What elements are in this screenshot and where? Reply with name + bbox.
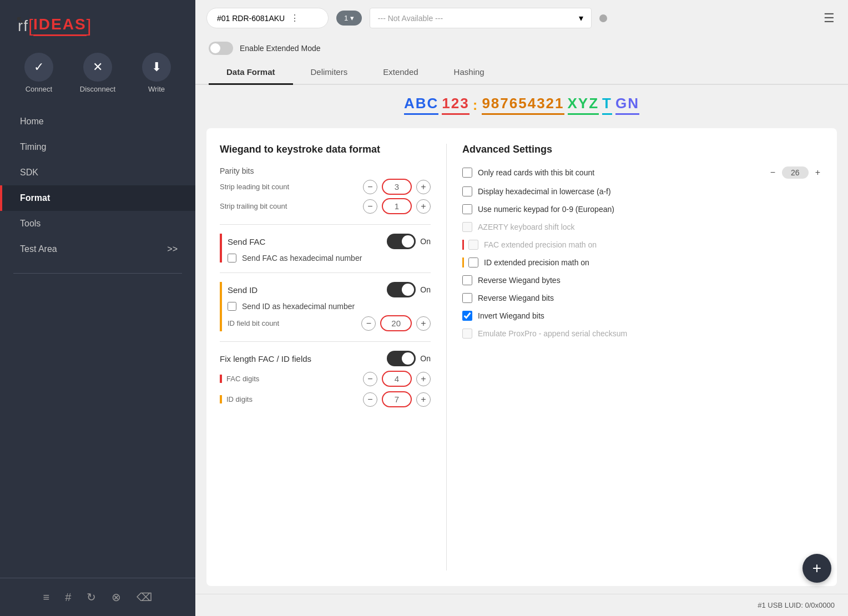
- sidebar-divider: [13, 273, 182, 274]
- strip-leading-minus[interactable]: −: [363, 180, 377, 194]
- azerty-checkbox: [462, 222, 472, 232]
- send-id-hex-checkbox[interactable]: [228, 302, 236, 311]
- bit-count-control: − 26 +: [767, 166, 824, 179]
- send-fac-hex-row: Send FAC as hexadecimal number: [228, 254, 431, 262]
- sidebar-item-tools[interactable]: Tools: [0, 211, 195, 236]
- send-fac-toggle[interactable]: [387, 234, 416, 249]
- connect-label: Connect: [26, 85, 52, 93]
- device-selector[interactable]: #01 RDR-6081AKU ⋮: [206, 8, 329, 28]
- preview-123: 123: [442, 95, 469, 115]
- fac-digits-plus[interactable]: +: [416, 372, 431, 386]
- not-available-bar: --- Not Available --- ▾: [370, 8, 592, 28]
- status-dot: [599, 14, 607, 22]
- footer-refresh-icon[interactable]: ↻: [83, 587, 99, 607]
- adv-row-id-extended: ID extended precision math on: [462, 257, 824, 267]
- hex-lower-checkbox[interactable]: [462, 186, 472, 196]
- fix-length-toggle[interactable]: [387, 351, 416, 366]
- send-fac-on-label: On: [420, 237, 431, 246]
- preview-t: T: [602, 95, 612, 115]
- preview-gn: GN: [615, 95, 639, 115]
- azerty-label: AZERTY keyboard shift lock: [478, 223, 824, 231]
- adv-row-bit-count: Only read cards with this bit count − 26…: [462, 166, 824, 179]
- id-digits-plus[interactable]: +: [416, 392, 431, 407]
- send-fac-hex-label: Send FAC as hexadecimal number: [242, 254, 362, 262]
- fab-button[interactable]: +: [802, 554, 831, 583]
- parity-bits-label: Parity bits: [220, 166, 431, 175]
- footer-hash-icon[interactable]: #: [62, 587, 74, 607]
- bit-count-minus[interactable]: −: [767, 166, 779, 179]
- preview-xyz: XYZ: [568, 95, 599, 115]
- bit-count-checkbox[interactable]: [462, 168, 472, 178]
- format-preview: ABC 123 : 987654321 XYZ T GN: [195, 85, 848, 120]
- send-id-hex-row: Send ID as hexadecimal number: [228, 302, 431, 311]
- divider-2: [220, 272, 431, 273]
- disconnect-label: Disconnect: [80, 85, 115, 93]
- footer-notes-icon[interactable]: ≡: [40, 587, 53, 607]
- settings-panel: Wiegand to keystroke data format Parity …: [206, 128, 837, 586]
- send-fac-row: Send FAC On: [228, 234, 431, 249]
- fac-digits-value: 4: [382, 371, 412, 387]
- disconnect-icon: ✕: [83, 53, 112, 82]
- tab-hashing[interactable]: Hashing: [436, 60, 502, 85]
- adv-row-numeric-keypad: Use numeric keypad for 0-9 (European): [462, 204, 824, 214]
- connect-icon: ✓: [24, 53, 53, 82]
- id-field-plus[interactable]: +: [416, 316, 431, 331]
- fac-digits-minus[interactable]: −: [363, 372, 377, 386]
- strip-leading-counter: − 3 +: [363, 179, 431, 195]
- not-available-text: --- Not Available ---: [378, 14, 573, 23]
- send-id-toggle[interactable]: [387, 282, 416, 297]
- send-id-group: Send ID On Send ID as hexadecimal number: [220, 282, 431, 331]
- adv-row-hex-lower: Display hexadecimal in lowercase (a-f): [462, 186, 824, 196]
- strip-leading-plus[interactable]: +: [416, 180, 431, 194]
- id-digits-minus[interactable]: −: [363, 392, 377, 407]
- footer-cancel-icon[interactable]: ⊗: [108, 587, 124, 607]
- adv-row-reverse-bytes: Reverse Wiegand bytes: [462, 275, 824, 285]
- bit-count-plus[interactable]: +: [812, 166, 824, 179]
- send-fac-label: Send FAC: [228, 237, 265, 246]
- preview-colon: :: [473, 97, 479, 114]
- strip-trailing-row: Strip trailing bit count − 1 +: [220, 198, 431, 214]
- strip-trailing-plus[interactable]: +: [416, 199, 431, 214]
- status-text: #1 USB LUID: 0/0x0000: [758, 601, 835, 609]
- panel-divider: [446, 144, 447, 570]
- sidebar-item-sdk[interactable]: SDK: [0, 160, 195, 185]
- tab-delimiters[interactable]: Delimiters: [293, 60, 366, 85]
- id-field-bit-label: ID field bit count: [228, 319, 279, 327]
- divider-3: [220, 341, 431, 342]
- write-button[interactable]: ⬇ Write: [142, 53, 171, 93]
- tab-data-format[interactable]: Data Format: [209, 60, 293, 85]
- sidebar-item-test-area[interactable]: Test Area >>: [0, 236, 195, 262]
- numeric-keypad-checkbox[interactable]: [462, 204, 472, 214]
- send-fac-hex-checkbox[interactable]: [228, 254, 236, 262]
- connect-button[interactable]: ✓ Connect: [24, 53, 53, 93]
- footer-delete-icon[interactable]: ⌫: [133, 587, 155, 607]
- id-field-bit-counter: − 20 +: [361, 315, 431, 331]
- tab-extended[interactable]: Extended: [365, 60, 436, 85]
- wiegand-section: Wiegand to keystroke data format Parity …: [220, 144, 431, 570]
- reverse-bytes-checkbox[interactable]: [462, 275, 472, 285]
- invert-bits-checkbox[interactable]: [462, 311, 472, 321]
- strip-trailing-minus[interactable]: −: [363, 199, 377, 214]
- extended-mode-label: Enable Extended Mode: [240, 44, 321, 53]
- id-digits-row: ID digits − 7 +: [220, 391, 431, 407]
- hamburger-button[interactable]: ☰: [821, 9, 837, 28]
- reverse-bits-checkbox[interactable]: [462, 293, 472, 303]
- logo-ideas: IDEAS: [33, 16, 87, 36]
- advanced-section: Advanced Settings Only read cards with t…: [462, 144, 824, 570]
- fix-length-label: Fix length FAC / ID fields: [220, 354, 311, 363]
- adv-row-reverse-bits: Reverse Wiegand bits: [462, 293, 824, 303]
- extended-mode-toggle[interactable]: [209, 42, 233, 55]
- id-field-minus[interactable]: −: [361, 316, 376, 331]
- strip-leading-row: Strip leading bit count − 3 +: [220, 179, 431, 195]
- sidebar-nav: Home Timing SDK Format Tools Test Area >…: [0, 104, 195, 266]
- disconnect-button[interactable]: ✕ Disconnect: [80, 53, 115, 93]
- sidebar-item-timing[interactable]: Timing: [0, 134, 195, 160]
- device-badge-button[interactable]: 1 ▾: [336, 11, 362, 26]
- sidebar-item-home[interactable]: Home: [0, 109, 195, 134]
- id-extended-checkbox[interactable]: [468, 257, 478, 267]
- sidebar-item-format[interactable]: Format: [0, 185, 195, 211]
- test-area-label: Test Area: [20, 244, 57, 254]
- adv-row-fac-extended: FAC extended precision math on: [462, 240, 824, 250]
- reverse-bytes-label: Reverse Wiegand bytes: [478, 276, 824, 285]
- device-menu-button[interactable]: ⋮: [290, 13, 299, 23]
